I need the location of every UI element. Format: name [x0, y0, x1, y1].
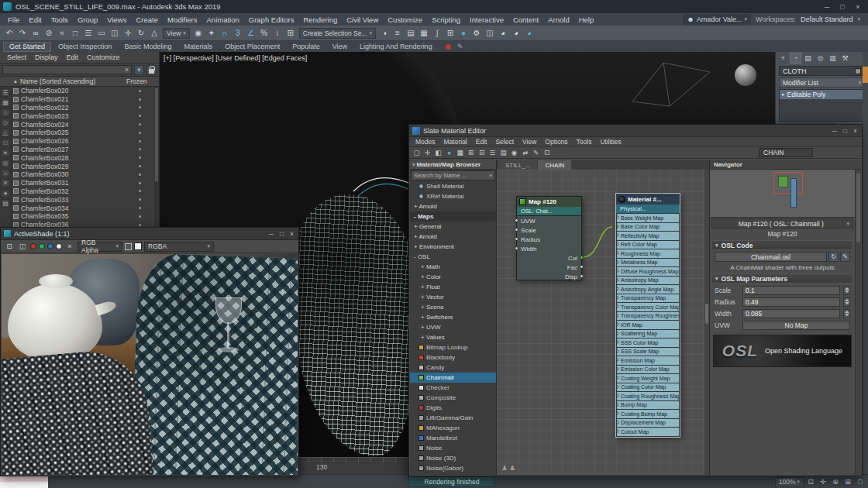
- frozen-state-dot[interactable]: [125, 224, 154, 226]
- ribbon-tab[interactable]: Lighting And Rendering: [354, 42, 438, 52]
- hide-unused-nodeslots-icon[interactable]: ◧: [433, 148, 443, 158]
- material-input-slot[interactable]: Coating Roughness Map: [617, 392, 679, 400]
- layout-children-icon[interactable]: ⊟: [477, 148, 487, 158]
- reference-coordinate-dropdown[interactable]: View ▾: [163, 28, 190, 39]
- browser-tree-item[interactable]: + General: [410, 222, 496, 232]
- input-socket[interactable]: [617, 358, 618, 362]
- mirror-icon[interactable]: ◑: [378, 27, 391, 40]
- browser-tree-item[interactable]: Bitmap Lookup: [410, 342, 496, 352]
- layout-all-icon[interactable]: ⊞: [466, 148, 476, 158]
- scene-object-row[interactable]: ChamferBox027: [12, 146, 154, 154]
- frozen-column-header[interactable]: Frozen: [126, 77, 159, 85]
- activeshade-title-bar[interactable]: ActiveShade (1:1) ─ □ ×: [1, 228, 298, 240]
- browser-tree-item[interactable]: Noise (3D): [410, 453, 496, 463]
- display-helpers-icon[interactable]: □: [1, 139, 10, 147]
- display-shapes-icon[interactable]: ○: [1, 108, 10, 117]
- material-input-slot[interactable]: Diffuse Roughness Map: [617, 267, 679, 276]
- menu-item[interactable]: Group: [73, 13, 102, 26]
- frozen-state-dot[interactable]: [125, 115, 154, 117]
- sme-title-bar[interactable]: Slate Material Editor ─ □ ×: [409, 125, 862, 137]
- name-column-header[interactable]: ▲ Name (Sorted Ascending): [13, 77, 126, 85]
- browser-tree-item[interactable]: Candy: [410, 363, 496, 373]
- frozen-state-dot[interactable]: [125, 215, 154, 218]
- display-spacewarps-icon[interactable]: ✦: [1, 149, 10, 157]
- input-socket[interactable]: [617, 251, 618, 255]
- render-production-icon[interactable]: ◕: [497, 27, 509, 40]
- material-input-slot[interactable]: Emission Map: [617, 356, 679, 365]
- toggle-ribbon-icon[interactable]: ▦: [418, 27, 430, 40]
- bind-to-space-warp-icon[interactable]: ≈: [56, 27, 68, 40]
- named-selection-set-dropdown[interactable]: Create Selection Se... ▾: [299, 28, 376, 39]
- display-bones-icon[interactable]: ✕: [1, 179, 10, 187]
- ribbon-tab[interactable]: View: [327, 42, 353, 52]
- channel-display-dropdown[interactable]: RGB Alpha ▾: [78, 242, 122, 252]
- menu-item[interactable]: Customize: [383, 13, 427, 26]
- spinner-control[interactable]: [843, 297, 850, 307]
- material-input-slot[interactable]: Base Weight Map: [617, 214, 679, 222]
- explorer-menu[interactable]: Select: [7, 53, 26, 61]
- view-tab[interactable]: STILL_...: [498, 160, 537, 170]
- sme-menu-item[interactable]: Options: [541, 138, 571, 146]
- browser-tree-item[interactable]: + Color: [410, 272, 496, 282]
- material-input-slot[interactable]: Cutout Map: [617, 428, 679, 436]
- curve-editor-icon[interactable]: ∫: [431, 27, 443, 40]
- render-iterative-icon[interactable]: ◕: [510, 27, 522, 40]
- move-children-icon[interactable]: ✛: [422, 148, 432, 158]
- scene-object-row[interactable]: ChamferBox021: [12, 95, 154, 104]
- create-tab-icon[interactable]: +: [777, 53, 789, 64]
- ribbon-tab[interactable]: Object Inspection: [53, 42, 118, 52]
- browser-tree-item[interactable]: + Arnold: [410, 201, 496, 211]
- background-swatch[interactable]: [134, 242, 142, 250]
- object-name-field[interactable]: CLOTH: [779, 66, 865, 76]
- input-socket[interactable]: [617, 296, 618, 300]
- explorer-menu[interactable]: Display: [35, 53, 58, 61]
- display-cameras-icon[interactable]: △: [1, 129, 10, 137]
- ribbon-tab[interactable]: Materials: [179, 42, 219, 52]
- select-and-rotate-icon[interactable]: ↻: [135, 27, 147, 40]
- close-button[interactable]: ×: [853, 127, 857, 135]
- osl-map-node[interactable]: Map #120 OSL: Chai... UVW: [516, 196, 582, 280]
- display-geometry-icon[interactable]: ▦: [1, 98, 10, 107]
- close-button[interactable]: ×: [851, 2, 865, 12]
- display-xrefs-icon[interactable]: ⌂: [1, 169, 10, 177]
- snap-toggle-3d-icon[interactable]: 3: [232, 27, 244, 40]
- command-panel-scrollbar[interactable]: [863, 52, 868, 474]
- layer-manager-icon[interactable]: ▤: [405, 27, 417, 40]
- menu-item[interactable]: Help: [574, 13, 599, 26]
- red-channel-icon[interactable]: [30, 243, 36, 249]
- input-socket[interactable]: [617, 403, 618, 407]
- node-view[interactable]: STILL_...CHAIN Map #120 OSL: Chai...: [497, 160, 709, 475]
- modifier-list-dropdown[interactable]: Modifier List ▾: [779, 77, 865, 88]
- input-socket[interactable]: [617, 260, 618, 264]
- map-output-slot[interactable]: Col: [517, 253, 581, 263]
- material-input-slot[interactable]: Refl Color Map: [617, 241, 679, 249]
- footer-icon[interactable]: ♟: [509, 464, 515, 472]
- material-input-slot[interactable]: Metalness Map: [617, 259, 679, 267]
- browser-header[interactable]: ▾ Material/Map Browser: [410, 160, 496, 170]
- map-output-slot[interactable]: Disp: [517, 272, 581, 281]
- select-tool-icon[interactable]: ▢: [412, 148, 422, 158]
- frozen-state-dot[interactable]: [125, 123, 154, 125]
- input-socket[interactable]: [617, 215, 618, 219]
- browser-tree-item[interactable]: Noise(Gabor): [410, 463, 496, 473]
- input-socket[interactable]: [617, 349, 618, 353]
- motion-tab-icon[interactable]: ◎: [815, 53, 826, 64]
- browser-tree-item[interactable]: Blackbody: [410, 352, 496, 363]
- modifier-stack-row[interactable]: ▸ Editable Poly: [780, 90, 864, 99]
- map-input-slot[interactable]: Scale: [517, 225, 581, 235]
- spinner-snap-icon[interactable]: ↕: [271, 27, 284, 40]
- map-input-slot[interactable]: UVW: [517, 216, 581, 225]
- input-socket[interactable]: [617, 393, 618, 397]
- scene-object-row[interactable]: ChamferBox034: [12, 204, 154, 212]
- browser-tree-item[interactable]: + Environment: [410, 242, 496, 252]
- scene-object-row[interactable]: ChamferBox023: [12, 112, 154, 120]
- scene-object-row[interactable]: ChamferBox024: [12, 120, 154, 129]
- osl-code-rollout[interactable]: ▾ OSL Code: [711, 240, 853, 250]
- display-tab-icon[interactable]: ▥: [827, 53, 839, 64]
- minimize-button[interactable]: ─: [269, 230, 274, 238]
- parameter-value-field[interactable]: 0.1: [742, 286, 840, 295]
- browser-tree-item[interactable]: + Arnold: [410, 232, 496, 242]
- material-input-slot[interactable]: Displacement Map: [617, 419, 679, 428]
- material-preview-swatch[interactable]: [618, 196, 625, 203]
- input-socket[interactable]: [617, 269, 618, 273]
